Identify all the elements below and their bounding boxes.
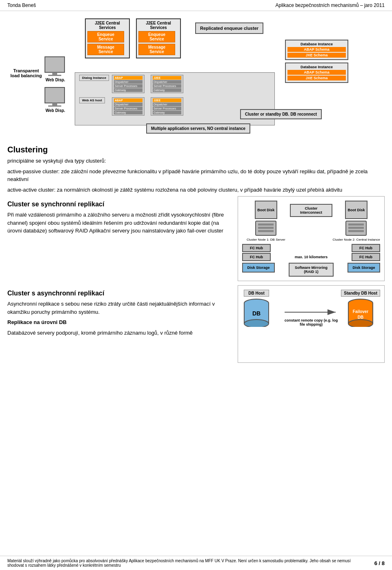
sync-replication-section: Cluster se synchronní replikací Při malé… [7,196,385,281]
svg-point-26 [348,320,373,327]
clustering-section: Clustering principiálne se vyskytují dva… [7,145,385,194]
header-left: Tonda Beneš [7,2,36,8]
boot-disk-right: Boot Disk [345,201,368,219]
footer-text: Materiál slouží výhradně jako pomůcka pr… [7,559,354,568]
svg-rect-0 [45,57,65,72]
db-instance-box1: Database Instance ABAP Schema JXE Schema [285,40,348,60]
replikace-text: Databázové servery podporují, kromě prim… [7,329,229,337]
cluster-interconnect-area: Cluster Interconnect [290,204,333,217]
j2ee-left-message: Message Service [87,44,124,55]
svg-rect-8 [258,227,274,229]
web-disp1-label: Web Disp. [44,78,67,82]
fc-hub-3: FC Hub [242,253,271,261]
copy-arrow [283,306,340,318]
j2ee-left-box: J2EE Central Services Enqueue Service Me… [85,18,130,58]
failover-db-cylinder: Failover DB [346,298,375,327]
cluster-node2: Boot Disk Cluster Node 2: Central Instan… [332,201,380,241]
clustering-text1: principiálne se vyskytují dva typy clust… [7,157,385,165]
j2ee-right-box: J2EE Central Services Enqueue Service Me… [136,18,181,58]
db-instance-title1: Database Instance [287,42,346,46]
web-disp-group1: Web Disp. [44,56,67,82]
svg-rect-9 [258,230,274,232]
db-instance-title2: Database Instance [287,65,346,69]
cluster-standby-text: Cluster or standby DB. DB reconnect [245,112,317,116]
db-diagram: DB Host DB [238,285,385,363]
replikace-heading: Replikace na úrovni DB [7,318,229,326]
fc-hub-row2: FC Hub max. 10 kilometers FC Hub [242,253,380,261]
replikace-bold: Replikace na úrovni DB [7,319,67,325]
cluster-diagram: Boot Disk Cluster Node 1: DB Server [238,196,385,281]
clustering-heading: Clustering [7,145,385,154]
db-host-label: DB Host [244,290,269,297]
j2ee-right-title: J2EE Central Services [138,21,178,30]
db-diagram-col: DB Host DB [238,285,385,363]
fc-hub-4: FC Hub [352,253,380,261]
svg-text:DB: DB [252,310,261,317]
server-icon-right [345,220,368,237]
db-host-left: DB Host DB [242,290,271,327]
async-text: Asynchronní replikace s sebou nese rizik… [7,300,229,316]
disk-storage-row: Disk Storage Software Mirroring (RAID 1)… [242,263,380,277]
max-km-label: max. 10 kilometers [295,255,328,259]
svg-rect-2 [48,75,61,76]
db-instance-box2: Database Instance ABAP Schema JXE Schema [285,63,348,83]
web-disp-group2: Web Disp. [44,87,67,113]
standby-db-host: Standby DB Host Failover DB [341,290,380,327]
replicated-cluster-box: Replicated enqueue cluster [195,22,263,34]
svg-rect-5 [48,105,61,107]
sync-heading: Cluster se synchronní replikací [7,199,229,209]
j2ee-left-enqueue: Enqueue Service [87,31,124,42]
page-header: Tonda Beneš Aplikace bezpečnostních mech… [0,0,392,11]
cluster-node2-label: Cluster Node 2: Central Instance [333,238,380,241]
cluster-node1: Boot Disk Cluster Node 1: DB Server [242,201,290,241]
async-heading: Cluster s asynchronní replikací [7,288,229,298]
constant-copy-label: constant remote copy (e.g. log file ship… [283,318,340,326]
abap-schema1: ABAP Schema [287,47,346,52]
cluster-diagram-col: Boot Disk Cluster Node 1: DB Server [238,196,385,281]
server-icon-left [255,220,277,237]
j2ee-right-enqueue: Enqueue Service [138,31,175,42]
svg-rect-4 [52,103,57,105]
async-replication-section: Cluster s asynchronní replikací Asynchro… [7,285,385,363]
header-right: Aplikace bezpečnostních mechanismů – jar… [276,2,385,8]
svg-rect-1 [52,72,57,75]
page-number: 6 / 8 [374,560,385,566]
web-disp2-label: Web Disp. [44,108,67,113]
fc-hub-2: FC Hub [352,244,380,252]
svg-rect-12 [348,227,364,229]
svg-rect-7 [258,224,274,226]
page-footer: Materiál slouží výhradně jako pomůcka pr… [0,556,392,570]
clustering-text2: active-passive cluster: zde záložní node… [7,168,385,183]
jxe-schema1: JXE Schema [287,53,346,58]
fc-hub-1: FC Hub [242,244,271,252]
constant-copy-area: constant remote copy (e.g. log file ship… [279,306,343,326]
disk-storage-left: Disk Storage [242,263,275,273]
software-mirroring: Software Mirroring (RAID 1) [289,263,334,277]
svg-text:DB: DB [358,315,363,320]
multiple-app-text: Multiple application servers, NO central… [151,126,245,131]
fc-hub-row1: FC Hub FC Hub [242,244,380,252]
main-content: Transparent load balancing Web Disp. Web… [0,11,392,371]
cluster-node1-label: Cluster Node 1: DB Server [247,238,285,241]
sync-text-col: Cluster se synchronní replikací Při malé… [7,196,229,281]
svg-point-18 [244,320,269,327]
disk-storage-right: Disk Storage [347,263,380,273]
top-diagram: Transparent load balancing Web Disp. Web… [7,15,385,142]
svg-rect-13 [348,230,364,232]
clustering-text3: active-active cluster: za normálních oko… [7,186,385,194]
standby-host-label: Standby DB Host [341,290,380,297]
cluster-interconnect-label: Cluster Interconnect [290,204,333,217]
replicated-label: Replicated enqueue cluster [200,26,258,31]
svg-rect-11 [348,224,364,226]
j2ee-left-title: J2EE Central Services [87,21,127,30]
j2ee-right-message: Message Service [138,44,175,55]
multiple-app-box: Multiple application servers, NO central… [146,123,250,134]
boot-disk-left: Boot Disk [255,201,277,219]
abap-schema2: ABAP Schema [287,70,346,75]
cluster-standby-label: Cluster or standby DB. DB reconnect [240,109,322,119]
transparent-load-label: Transparent load balancing [10,68,42,78]
svg-text:Failover: Failover [353,309,368,314]
jxe-schema2: JXE Schema [287,76,346,80]
db-cylinder-left: DB [242,298,271,327]
async-text-col: Cluster s asynchronní replikací Asynchro… [7,285,229,363]
